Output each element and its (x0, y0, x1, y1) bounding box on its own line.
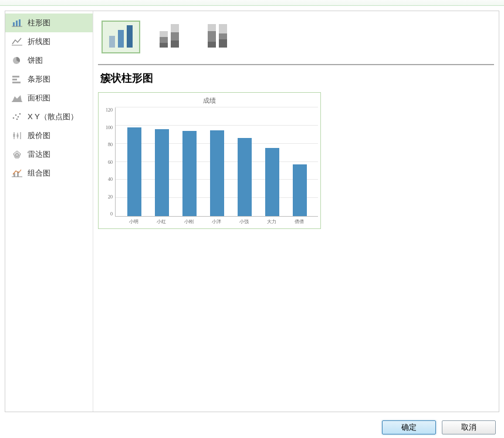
chart-y-tick: 100 (106, 125, 113, 130)
svg-point-15 (16, 119, 18, 120)
svg-rect-6 (12, 76, 19, 78)
bar-chart-icon (11, 18, 23, 28)
svg-rect-8 (12, 82, 21, 83)
chart-bar (210, 130, 224, 216)
svg-point-11 (13, 117, 15, 119)
content-area: 簇状柱形图 成绩 120100806040200 小明小红小刚小洋小强大力倩倩 (93, 11, 499, 412)
chart-type-sidebar: 柱形图 折线图 饼图 (5, 11, 93, 412)
chart-x-tick: 小红 (157, 218, 166, 225)
svg-rect-2 (19, 19, 21, 26)
dialog-body: 柱形图 折线图 饼图 (0, 6, 504, 417)
sidebar-item-area[interactable]: 面积图 (5, 89, 93, 107)
chart-x-tick: 小洋 (212, 218, 221, 225)
subtype-clustered-column[interactable] (102, 21, 140, 53)
hbar-chart-icon (11, 75, 23, 84)
chart-y-tick: 0 (110, 211, 113, 217)
svg-point-12 (15, 114, 17, 116)
area-chart-icon (11, 93, 23, 103)
chart-bar (238, 138, 252, 216)
svg-marker-9 (12, 95, 22, 102)
cancel-button[interactable]: 取消 (442, 420, 496, 434)
ok-button[interactable]: 确定 (382, 420, 436, 434)
sidebar-item-column[interactable]: 柱形图 (5, 14, 93, 32)
line-chart-icon (11, 37, 23, 46)
chart-bars (116, 107, 318, 216)
dialog-footer: 确定 取消 (0, 417, 504, 438)
chart-bar (265, 148, 279, 216)
sidebar-item-label: 折线图 (28, 36, 50, 47)
sidebar-item-label: 饼图 (28, 55, 43, 66)
subtype-bar-icon (219, 24, 227, 48)
chart-y-tick: 60 (108, 160, 113, 165)
sidebar-item-label: 面积图 (28, 93, 50, 103)
radar-chart-icon (11, 150, 23, 159)
svg-rect-19 (17, 134, 19, 137)
svg-rect-7 (12, 79, 17, 80)
sidebar-item-pie[interactable]: 饼图 (5, 51, 93, 70)
chart-bar (293, 164, 307, 216)
chart-y-tick: 40 (108, 177, 113, 182)
sidebar-item-label: 柱形图 (28, 18, 50, 28)
chart-x-tick: 大力 (267, 218, 276, 225)
sidebar-item-line[interactable]: 折线图 (5, 32, 93, 51)
chart-x-axis: 小明小红小刚小洋小强大力倩倩 (115, 217, 318, 226)
chart-x-tick: 小刚 (184, 218, 194, 225)
subtype-stacked-column[interactable] (150, 21, 188, 53)
chart-x-tick: 小明 (129, 218, 138, 225)
chart-title: 成绩 (101, 96, 318, 105)
sidebar-item-scatter[interactable]: X Y（散点图） (5, 107, 93, 126)
sidebar-item-stock[interactable]: 股价图 (5, 126, 93, 145)
chart-bar (182, 131, 197, 216)
chart-bar (155, 129, 169, 216)
svg-point-13 (18, 116, 19, 118)
main-panel: 柱形图 折线图 饼图 (5, 11, 499, 412)
subtype-bar-icon (118, 30, 124, 48)
section-divider (98, 64, 494, 65)
subtype-bar-icon (208, 24, 216, 48)
sidebar-item-label: 条形图 (28, 74, 50, 85)
chart-preview: 成绩 120100806040200 小明小红小刚小洋小强大力倩倩 (98, 92, 321, 229)
subtype-bar-icon (160, 31, 168, 48)
pie-chart-icon (11, 56, 23, 65)
subtype-bar-icon (109, 36, 115, 48)
subtype-row (98, 17, 494, 64)
scatter-chart-icon (11, 112, 23, 122)
combo-chart-icon (11, 169, 23, 178)
svg-marker-22 (15, 153, 19, 157)
stock-chart-icon (11, 131, 23, 140)
dialog-titlebar (0, 0, 504, 6)
chart-y-tick: 20 (108, 194, 113, 200)
chart-x-tick: 小强 (239, 218, 249, 225)
sidebar-item-label: 股价图 (28, 130, 50, 141)
sidebar-item-combo[interactable]: 组合图 (5, 164, 93, 183)
sidebar-item-label: 雷达图 (28, 149, 50, 160)
chart-x-tick: 倩倩 (295, 218, 304, 225)
sidebar-item-radar[interactable]: 雷达图 (5, 145, 93, 164)
chart-bar (127, 127, 141, 216)
subtype-percent-stacked-column[interactable] (198, 21, 236, 53)
chart-plot-area: 120100806040200 (101, 107, 318, 217)
svg-rect-1 (16, 21, 18, 26)
chart-y-tick: 80 (108, 142, 113, 147)
chart-y-axis: 120100806040200 (101, 107, 115, 217)
insert-chart-dialog: 柱形图 折线图 饼图 (0, 0, 504, 438)
section-title: 簇状柱形图 (98, 71, 494, 92)
subtype-bar-icon (171, 24, 179, 48)
chart-y-tick: 120 (106, 107, 113, 113)
svg-rect-17 (13, 134, 15, 137)
chart-plot (115, 107, 318, 217)
svg-rect-0 (13, 22, 15, 26)
sidebar-item-label: X Y（散点图） (28, 112, 78, 122)
subtype-bar-icon (127, 25, 133, 48)
sidebar-item-label: 组合图 (28, 168, 50, 178)
sidebar-item-hbar[interactable]: 条形图 (5, 70, 93, 89)
svg-point-14 (19, 113, 21, 115)
